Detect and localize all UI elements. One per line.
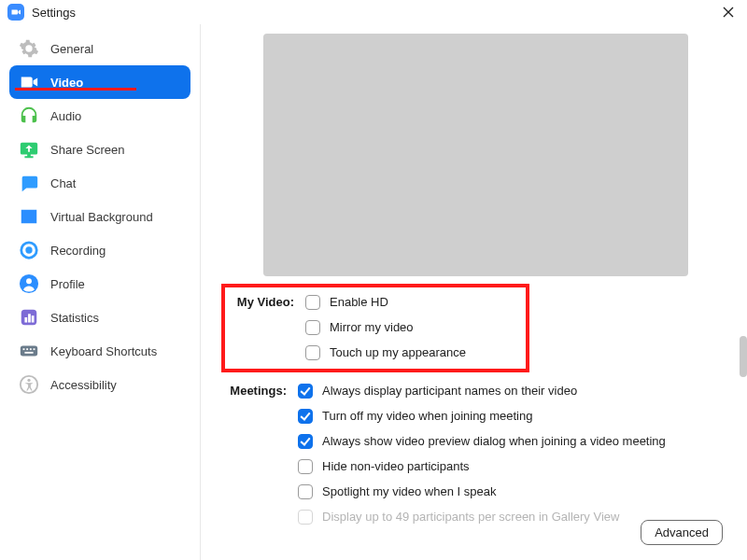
checkbox-hide-non-video[interactable] xyxy=(298,459,313,474)
annotation-box-my-video: My Video: Enable HD Mirror my video Touc… xyxy=(221,284,529,372)
sidebar-item-label: Audio xyxy=(50,109,81,123)
group-meetings: Meetings: Always display participant nam… xyxy=(221,378,726,529)
close-icon[interactable] xyxy=(717,1,740,23)
window-title: Settings xyxy=(32,6,76,20)
scrollbar-thumb[interactable] xyxy=(740,336,747,377)
sidebar-item-label: Statistics xyxy=(50,311,99,325)
titlebar: Settings xyxy=(0,0,747,24)
main: General Video Audio Share Screen xyxy=(0,24,747,560)
svg-rect-5 xyxy=(24,317,27,323)
recording-icon xyxy=(19,240,39,260)
sidebar-item-label: Virtual Background xyxy=(50,210,153,224)
sidebar-item-label: Accessibility xyxy=(50,378,117,392)
group-title-my-video: My Video: xyxy=(229,289,305,309)
option-row: Turn off my video when joining meeting xyxy=(298,403,726,428)
checkbox-mirror-my-video[interactable] xyxy=(305,320,320,335)
sidebar-item-video[interactable]: Video xyxy=(9,65,190,99)
keyboard-icon xyxy=(19,341,39,361)
option-row: Spotlight my video when I speak xyxy=(298,479,726,504)
sidebar: General Video Audio Share Screen xyxy=(0,24,201,560)
checkbox-display-participant-names[interactable] xyxy=(298,384,313,399)
option-row: Always display participant names on thei… xyxy=(298,378,726,403)
accessibility-icon xyxy=(19,374,39,395)
sidebar-item-label: Profile xyxy=(50,277,85,291)
svg-rect-10 xyxy=(26,348,28,350)
virtual-background-icon xyxy=(19,206,39,227)
sidebar-item-keyboard-shortcuts[interactable]: Keyboard Shortcuts xyxy=(9,334,190,368)
svg-rect-7 xyxy=(32,315,35,322)
option-row: Touch up my appearance xyxy=(305,340,520,365)
sidebar-item-label: Chat xyxy=(50,176,76,190)
option-label: Always display participant names on thei… xyxy=(322,384,577,398)
chat-icon xyxy=(19,173,39,193)
sidebar-item-general[interactable]: General xyxy=(9,32,190,65)
statistics-icon xyxy=(19,307,39,328)
sidebar-item-virtual-background[interactable]: Virtual Background xyxy=(9,200,190,233)
content-video-settings: My Video: Enable HD Mirror my video Touc… xyxy=(201,24,747,560)
sidebar-item-label: Recording xyxy=(50,244,106,258)
sidebar-item-label: Keyboard Shortcuts xyxy=(50,344,157,358)
option-label: Display up to 49 participants per screen… xyxy=(322,510,619,524)
option-label: Hide non-video participants xyxy=(322,459,470,473)
option-row: Enable HD xyxy=(305,289,520,315)
sidebar-item-statistics[interactable]: Statistics xyxy=(9,301,190,334)
checkbox-video-preview-dialog[interactable] xyxy=(298,434,313,449)
option-label: Turn off my video when joining meeting xyxy=(322,409,532,423)
svg-point-15 xyxy=(27,379,30,382)
svg-rect-9 xyxy=(23,348,25,350)
svg-rect-12 xyxy=(34,348,35,350)
svg-rect-6 xyxy=(28,314,31,322)
option-label: Touch up my appearance xyxy=(330,345,466,359)
svg-rect-8 xyxy=(21,346,37,357)
sidebar-item-share-screen[interactable]: Share Screen xyxy=(9,133,190,166)
option-row: Mirror my video xyxy=(305,315,520,340)
checkbox-turn-off-video-joining[interactable] xyxy=(298,409,313,424)
checkbox-touch-up-appearance[interactable] xyxy=(305,345,320,360)
headphones-icon xyxy=(19,105,39,126)
app-icon xyxy=(7,4,24,21)
advanced-button[interactable]: Advanced xyxy=(641,520,723,545)
svg-rect-13 xyxy=(24,352,33,354)
svg-rect-11 xyxy=(30,348,32,350)
group-my-video: My Video: Enable HD Mirror my video Touc… xyxy=(229,289,520,365)
checkbox-enable-hd[interactable] xyxy=(305,295,320,310)
option-label: Always show video preview dialog when jo… xyxy=(322,434,666,448)
profile-icon xyxy=(19,273,39,294)
sidebar-item-label: General xyxy=(50,42,93,56)
svg-point-1 xyxy=(25,246,32,253)
gear-icon xyxy=(19,38,39,59)
sidebar-item-chat[interactable]: Chat xyxy=(9,166,190,200)
sidebar-item-audio[interactable]: Audio xyxy=(9,99,190,133)
group-title-meetings: Meetings: xyxy=(221,378,298,398)
option-row: Hide non-video participants xyxy=(298,454,726,479)
svg-point-3 xyxy=(26,278,32,284)
share-screen-icon xyxy=(19,139,39,160)
annotation-underline xyxy=(15,88,136,91)
option-label: Spotlight my video when I speak xyxy=(322,484,496,498)
sidebar-item-profile[interactable]: Profile xyxy=(9,267,190,301)
video-preview xyxy=(263,34,688,276)
option-label: Enable HD xyxy=(330,295,388,309)
sidebar-item-recording[interactable]: Recording xyxy=(9,233,190,267)
checkbox-spotlight-when-speak[interactable] xyxy=(298,484,313,499)
option-row: Always show video preview dialog when jo… xyxy=(298,428,726,454)
sidebar-item-label: Share Screen xyxy=(50,143,125,157)
sidebar-item-accessibility[interactable]: Accessibility xyxy=(9,368,190,401)
checkbox-49-participants xyxy=(298,510,313,525)
option-label: Mirror my video xyxy=(330,320,414,334)
